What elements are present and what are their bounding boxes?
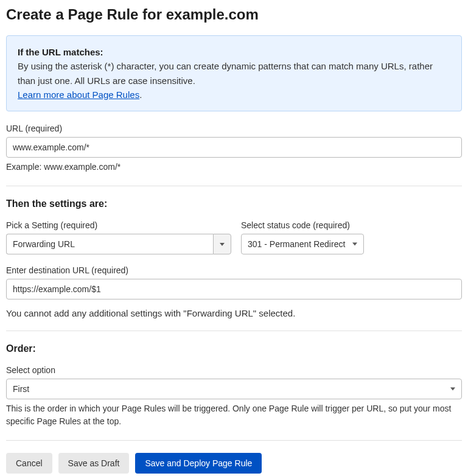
destination-label: Enter destination URL (required): [6, 265, 462, 275]
chevron-down-icon: [220, 243, 225, 246]
order-value: First: [13, 384, 29, 394]
settings-heading: Then the settings are:: [6, 198, 462, 209]
url-input[interactable]: [6, 137, 462, 158]
setting-dropdown-button[interactable]: [213, 234, 231, 254]
divider: [6, 186, 462, 186]
divider: [6, 440, 462, 441]
learn-more-link[interactable]: Learn more about Page Rules: [18, 89, 139, 100]
order-heading: Order:: [6, 343, 462, 354]
url-label: URL (required): [6, 124, 462, 133]
info-box-period: .: [139, 89, 142, 100]
url-example: Example: www.example.com/*: [6, 161, 462, 173]
page-title: Create a Page Rule for example.com: [6, 6, 462, 23]
status-code-label: Select status code (required): [241, 220, 364, 230]
info-box-body: By using the asterisk (*) character, you…: [18, 61, 433, 85]
destination-input[interactable]: [6, 279, 462, 299]
forwarding-note: You cannot add any additional settings w…: [6, 308, 462, 318]
status-code-select[interactable]: 301 - Permanent Redirect: [241, 234, 364, 254]
order-select[interactable]: First: [6, 379, 462, 399]
status-code-value: 301 - Permanent Redirect: [248, 239, 345, 249]
info-box-heading: If the URL matches:: [18, 47, 103, 57]
save-deploy-button[interactable]: Save and Deploy Page Rule: [135, 453, 262, 474]
setting-value: Forwarding URL: [6, 234, 213, 254]
order-label: Select option: [6, 365, 462, 375]
order-help: This is the order in which your Page Rul…: [6, 402, 462, 428]
setting-select[interactable]: Forwarding URL: [6, 234, 231, 254]
info-box: If the URL matches: By using the asteris…: [6, 35, 462, 111]
button-row: Cancel Save as Draft Save and Deploy Pag…: [6, 453, 462, 474]
cancel-button[interactable]: Cancel: [6, 453, 52, 474]
save-draft-button[interactable]: Save as Draft: [58, 453, 130, 474]
divider: [6, 331, 462, 331]
chevron-down-icon: [450, 388, 455, 391]
setting-label: Pick a Setting (required): [6, 220, 231, 230]
chevron-down-icon: [352, 243, 357, 246]
